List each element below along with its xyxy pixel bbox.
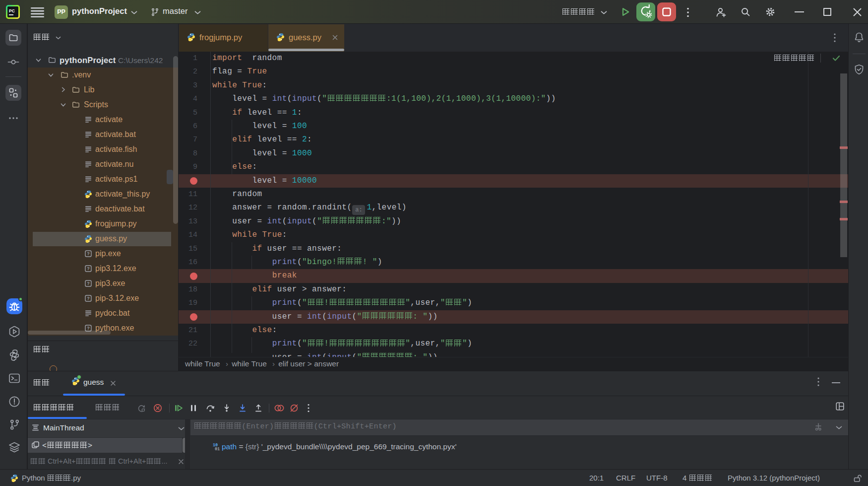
svg-text:?: ? — [87, 326, 90, 331]
svg-text:?: ? — [87, 296, 90, 301]
svg-text:?: ? — [87, 266, 90, 271]
svg-text:PC: PC — [9, 8, 15, 13]
svg-text:?: ? — [87, 251, 90, 256]
svg-text:?: ? — [87, 281, 90, 286]
svg-text:01: 01 — [215, 447, 220, 451]
